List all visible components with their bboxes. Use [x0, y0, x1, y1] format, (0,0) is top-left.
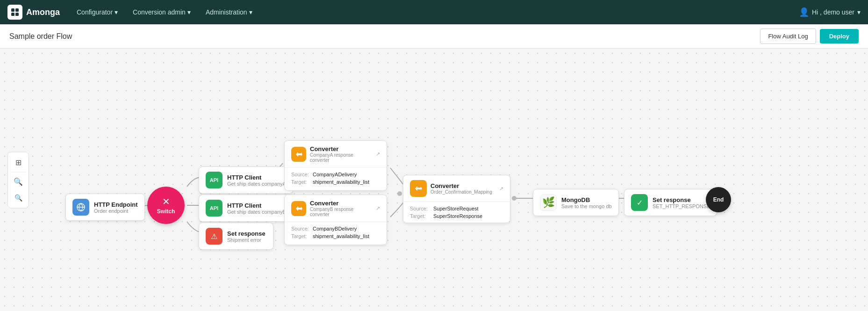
- mongodb-icon: 🌿: [540, 194, 557, 211]
- converter-b-external-link[interactable]: ↗: [376, 205, 380, 211]
- converter-b-node[interactable]: Converter CompanyB response converter ↗ …: [284, 195, 387, 245]
- switch-icon: ✕: [162, 196, 170, 207]
- http-client-a-node[interactable]: API HTTP Client Get ship dates companyA: [199, 166, 293, 194]
- http-endpoint-icon: [72, 199, 89, 216]
- svg-point-7: [512, 196, 516, 201]
- converter-a-body: Source: CompanyADelivery Target: shipmen…: [285, 168, 387, 190]
- zoom-out-icon: 🔍: [14, 194, 22, 201]
- page-title: Sample order Flow: [9, 32, 760, 41]
- svg-rect-1: [15, 8, 19, 12]
- converter-a-text: Converter CompanyA response converter: [310, 145, 372, 163]
- navbar: Amonga Configurator ▾ Conversion admin ▾…: [0, 0, 868, 24]
- zoom-in-icon: 🔍: [14, 177, 23, 186]
- http-endpoint-text: HTTP Endpoint Order endpoint: [94, 201, 138, 214]
- converter-b-header: Converter CompanyB response converter ↗: [285, 195, 387, 222]
- converter-a-icon: [291, 147, 306, 162]
- set-response-error-icon: ⚠: [206, 228, 222, 245]
- logo-icon: [7, 5, 22, 20]
- deploy-button[interactable]: Deploy: [820, 29, 859, 43]
- grid-icon: ⊞: [15, 158, 22, 167]
- set-response-final-node[interactable]: ✓ Set response SET_HTTP_RESPONSE: [624, 189, 717, 216]
- set-response-final-icon: ✓: [631, 194, 648, 211]
- converter-a-external-link[interactable]: ↗: [376, 151, 380, 157]
- mongodb-text: MongoDB Save to the mongo db: [561, 196, 612, 209]
- logo-text: Amonga: [26, 7, 60, 17]
- chevron-down-icon: ▾: [249, 8, 252, 16]
- converter-a-header: Converter CompanyA response converter ↗: [285, 141, 387, 168]
- order-confirmation-external-link[interactable]: ↗: [499, 186, 503, 192]
- http-client-a-icon: API: [206, 172, 222, 188]
- end-node[interactable]: End: [706, 187, 731, 212]
- converter-a-node[interactable]: Converter CompanyA response converter ↗ …: [284, 140, 387, 191]
- nav-administration[interactable]: Administration ▾: [200, 6, 258, 19]
- svg-rect-0: [11, 8, 14, 12]
- audit-log-button[interactable]: Flow Audit Log: [760, 29, 816, 44]
- svg-rect-2: [11, 13, 14, 16]
- logo[interactable]: Amonga: [7, 5, 60, 20]
- converter-b-body: Source: CompanyBDelivery Target: shipmen…: [285, 222, 387, 245]
- http-client-a-text: HTTP Client Get ship dates companyA: [227, 174, 286, 187]
- user-icon: 👤: [799, 7, 809, 17]
- order-confirmation-node[interactable]: Converter Order_Confirmation_Mapping ↗ S…: [403, 175, 510, 223]
- http-client-b-text: HTTP Client Get ship dates companyB: [227, 202, 286, 215]
- flow-canvas: ⊞ 🔍 🔍 HTTP Endpoint Order endpoint ✕ Swi…: [0, 49, 868, 311]
- nav-configurator[interactable]: Configurator ▾: [71, 6, 123, 19]
- svg-rect-3: [15, 13, 19, 16]
- user-menu[interactable]: 👤 Hi , demo user ▾: [799, 7, 861, 17]
- toolbar-divider: [11, 172, 26, 172]
- http-client-b-icon: API: [206, 200, 222, 217]
- grid-view-button[interactable]: ⊞: [11, 155, 26, 170]
- svg-point-6: [397, 191, 402, 196]
- chevron-down-icon: ▾: [187, 8, 191, 16]
- converter-b-text: Converter CompanyB response converter: [310, 200, 372, 217]
- chevron-down-icon: ▾: [115, 8, 118, 16]
- zoom-in-button[interactable]: 🔍: [11, 174, 26, 189]
- order-confirmation-text: Converter Order_Confirmation_Mapping: [430, 182, 492, 195]
- subheader: Sample order Flow Flow Audit Log Deploy: [0, 24, 868, 49]
- http-endpoint-node[interactable]: HTTP Endpoint Order endpoint: [65, 194, 145, 221]
- converter-b-icon: [291, 201, 306, 216]
- order-confirmation-header: Converter Order_Confirmation_Mapping ↗: [403, 175, 510, 202]
- order-confirmation-body: Source: SuperStoreRequest Target: SuperS…: [403, 202, 510, 223]
- mongodb-node[interactable]: 🌿 MongoDB Save to the mongo db: [533, 189, 619, 216]
- nav-conversion-admin[interactable]: Conversion admin ▾: [127, 6, 196, 19]
- set-response-error-text: Set response Shipment error: [227, 230, 265, 243]
- http-client-b-node[interactable]: API HTTP Client Get ship dates companyB: [199, 195, 293, 222]
- chevron-down-icon: ▾: [857, 8, 861, 16]
- zoom-out-button[interactable]: 🔍: [11, 190, 26, 205]
- switch-node[interactable]: ✕ Switch: [147, 187, 185, 224]
- canvas-toolbar: ⊞ 🔍 🔍: [7, 152, 29, 208]
- order-confirmation-icon: [410, 180, 427, 197]
- set-response-error-node[interactable]: ⚠ Set response Shipment error: [199, 223, 273, 250]
- set-response-final-text: Set response SET_HTTP_RESPONSE: [653, 196, 710, 209]
